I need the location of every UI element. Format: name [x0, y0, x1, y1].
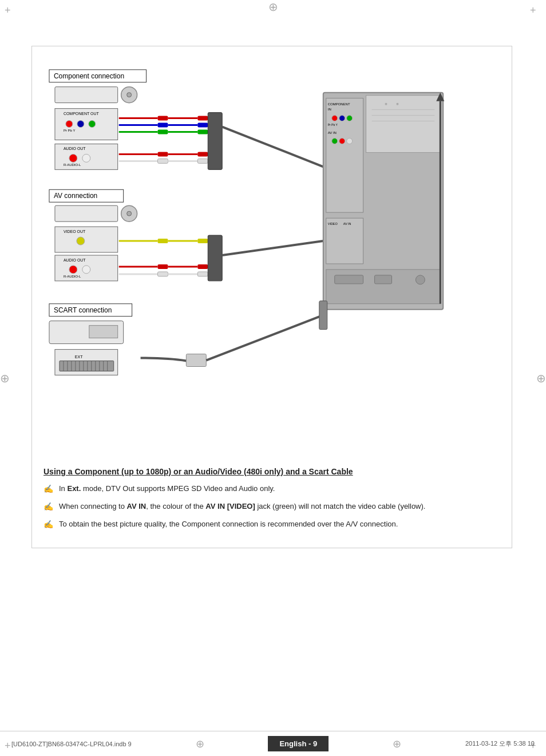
svg-point-48	[69, 266, 77, 274]
svg-text:Pr    Pb    Y: Pr Pb Y	[64, 129, 75, 132]
page-label: English - 9	[268, 736, 329, 751]
svg-rect-36	[208, 113, 222, 170]
svg-rect-27	[197, 130, 208, 134]
svg-rect-56	[158, 264, 168, 269]
svg-point-7	[66, 121, 73, 128]
svg-point-9	[89, 121, 96, 128]
svg-rect-109	[375, 275, 392, 284]
svg-point-49	[82, 266, 90, 274]
svg-point-105	[385, 103, 387, 105]
footer-crosshair: ⊕	[196, 738, 204, 750]
svg-rect-62	[197, 272, 208, 276]
svg-rect-29	[158, 152, 168, 156]
svg-point-13	[69, 154, 77, 162]
svg-rect-52	[158, 239, 168, 243]
svg-rect-113	[319, 301, 327, 330]
footer-date-info: 2011-03-12 오후 5:38 10	[465, 739, 535, 748]
note-text-2: When connecting to AV IN, the colour of …	[59, 501, 500, 512]
main-content-box: Component connection COMPONENT OUT Pr Pb…	[31, 46, 512, 548]
footer-crosshair-right: ⊕	[393, 738, 401, 750]
svg-point-42	[127, 211, 132, 216]
svg-text:VIDEO: VIDEO	[328, 222, 338, 225]
svg-rect-84	[186, 354, 206, 367]
note-icon-2: ✍	[43, 501, 56, 513]
svg-rect-35	[197, 159, 208, 163]
svg-point-96	[339, 138, 345, 144]
note-text-1: In Ext. mode, DTV Out supports MPEG SD V…	[59, 483, 500, 494]
svg-rect-58	[197, 264, 208, 269]
footer: [UD6100-ZT]BN68-03474C-LPRL04.indb 9 ⊕ E…	[0, 731, 546, 756]
svg-rect-23	[197, 123, 208, 128]
svg-rect-68	[89, 326, 118, 338]
notes-section: Using a Component (up to 1080p) or an Au…	[43, 458, 500, 531]
svg-text:AV connection: AV connection	[54, 192, 97, 200]
svg-rect-19	[197, 116, 208, 121]
note-item-1: ✍ In Ext. mode, DTV Out supports MPEG SD…	[43, 483, 500, 495]
svg-rect-60	[158, 272, 168, 276]
reg-mark-tl: +	[5, 5, 16, 16]
crosshair-left: ⊕	[0, 371, 10, 385]
svg-rect-63	[208, 235, 222, 281]
svg-point-91	[339, 116, 345, 121]
diagram-area: Component connection COMPONENT OUT Pr Pb…	[43, 58, 500, 447]
notes-title: Using a Component (up to 1080p) or an Au…	[43, 467, 500, 476]
svg-text:AUDIO OUT: AUDIO OUT	[64, 258, 86, 262]
svg-text:VIDEO OUT: VIDEO OUT	[64, 229, 86, 233]
svg-text:AUDIO OUT: AUDIO OUT	[64, 147, 86, 151]
connection-diagram-svg: Component connection COMPONENT OUT Pr Pb…	[43, 58, 500, 447]
svg-line-37	[222, 127, 323, 167]
note-item-3: ✍ To obtain the best picture quality, th…	[43, 518, 500, 531]
svg-rect-2	[55, 87, 118, 103]
svg-point-14	[82, 154, 90, 162]
svg-text:COMPONENT: COMPONENT	[328, 102, 350, 106]
note-text-3: To obtain the best picture quality, the …	[59, 518, 500, 530]
svg-point-110	[416, 275, 425, 284]
note-icon-1: ✍	[43, 483, 56, 495]
svg-text:R-AUDIO-L: R-AUDIO-L	[64, 275, 81, 278]
svg-point-4	[127, 93, 132, 97]
svg-text:SCART connection: SCART connection	[54, 306, 112, 314]
svg-point-95	[332, 138, 338, 144]
svg-text:EXT: EXT	[75, 355, 83, 359]
svg-rect-17	[158, 116, 168, 121]
svg-line-64	[222, 241, 323, 255]
svg-point-45	[77, 237, 85, 245]
svg-text:Pr  Pb  Y: Pr Pb Y	[328, 123, 338, 126]
note-item-2: ✍ When connecting to AV IN, the colour o…	[43, 501, 500, 513]
svg-rect-21	[158, 123, 168, 128]
svg-rect-25	[158, 130, 168, 134]
svg-text:R-AUDIO-L: R-AUDIO-L	[64, 163, 81, 167]
svg-text:AV IN: AV IN	[343, 222, 351, 225]
svg-point-8	[77, 121, 84, 128]
svg-rect-33	[158, 159, 168, 163]
svg-text:AV IN: AV IN	[328, 131, 337, 134]
svg-point-106	[396, 103, 398, 105]
svg-text:Component connection: Component connection	[54, 72, 124, 80]
svg-text:COMPONENT OUT: COMPONENT OUT	[64, 112, 100, 116]
note-icon-3: ✍	[43, 518, 56, 531]
crosshair-right: ⊕	[536, 371, 546, 385]
svg-rect-87	[326, 98, 363, 212]
footer-file-info: [UD6100-ZT]BN68-03474C-LPRL04.indb 9	[11, 741, 132, 747]
svg-rect-40	[55, 205, 118, 221]
svg-point-90	[332, 116, 338, 121]
svg-rect-54	[197, 239, 208, 243]
svg-point-97	[347, 138, 353, 144]
svg-rect-101	[366, 96, 441, 153]
reg-mark-tr: +	[530, 5, 541, 16]
svg-rect-108	[335, 275, 363, 284]
svg-rect-31	[197, 152, 208, 156]
crosshair-top: ⊕	[268, 0, 278, 14]
svg-text:IN: IN	[328, 108, 331, 111]
svg-line-85	[206, 315, 323, 361]
svg-rect-107	[326, 270, 441, 304]
svg-point-92	[347, 116, 353, 121]
